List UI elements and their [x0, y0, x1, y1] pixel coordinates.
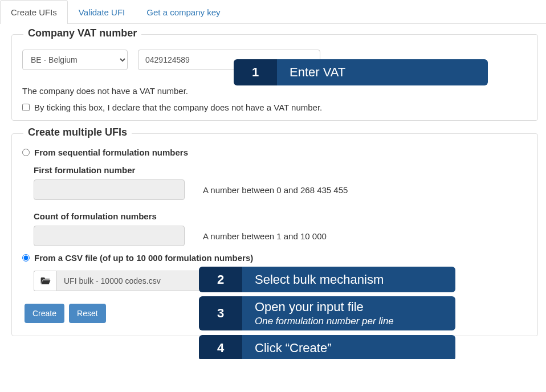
first-formulation-input [34, 179, 185, 200]
tab-company-key[interactable]: Get a company key [136, 0, 231, 24]
tab-bar: Create UFIs Validate UFI Get a company k… [0, 0, 546, 24]
no-vat-checkbox-label: By ticking this box, I declare that the … [34, 103, 322, 112]
vat-legend: Company VAT number [23, 27, 141, 39]
annotation-4-text: Click “Create” [255, 341, 443, 356]
first-formulation-label: First formulation number [34, 165, 527, 175]
annotation-1-text: Enter VAT [290, 65, 475, 80]
annotation-2-num: 2 [199, 267, 242, 292]
radio-csv-label: From a CSV file (of up to 10 000 formula… [34, 253, 253, 263]
country-select[interactable]: BE - Belgium [22, 50, 128, 70]
annotation-2-text: Select bulk mechanism [255, 272, 443, 287]
radio-sequential[interactable] [22, 149, 30, 156]
radio-csv-row[interactable]: From a CSV file (of up to 10 000 formula… [22, 253, 527, 263]
count-formulation-label: Count of formulation numbers [34, 211, 527, 221]
radio-sequential-label: From sequential formulation numbers [34, 148, 188, 157]
reset-button[interactable]: Reset [69, 304, 106, 323]
annotation-1: 1 Enter VAT [234, 59, 488, 85]
browse-file-button[interactable] [34, 271, 56, 291]
no-vat-checkbox-row[interactable]: By ticking this box, I declare that the … [22, 103, 527, 112]
tab-create-ufis[interactable]: Create UFIs [0, 0, 68, 24]
annotation-3-sub: One formulation number per line [255, 316, 443, 327]
first-formulation-hint: A number between 0 and 268 435 455 [203, 185, 348, 195]
create-button[interactable]: Create [25, 304, 64, 323]
annotation-2: 2 Select bulk mechanism [199, 267, 455, 292]
annotation-3-num: 3 [199, 296, 242, 330]
annotation-3: 3 Open your input file One formulation n… [199, 296, 455, 330]
multi-legend: Create multiple UFIs [23, 126, 132, 138]
folder-open-icon [40, 276, 51, 286]
annotation-4: 4 Click “Create” [199, 335, 455, 359]
radio-sequential-row[interactable]: From sequential formulation numbers [22, 148, 527, 157]
annotation-4-num: 4 [199, 335, 242, 359]
no-vat-checkbox[interactable] [22, 104, 30, 111]
radio-csv[interactable] [22, 254, 30, 262]
count-formulation-hint: A number between 1 and 10 000 [203, 231, 327, 241]
tab-validate-ufi[interactable]: Validate UFI [68, 0, 136, 24]
annotation-1-num: 1 [234, 59, 277, 85]
annotation-3-text: Open your input file [255, 300, 443, 315]
count-formulation-input [34, 226, 185, 246]
no-vat-text: The company does not have a VAT number. [22, 86, 527, 96]
